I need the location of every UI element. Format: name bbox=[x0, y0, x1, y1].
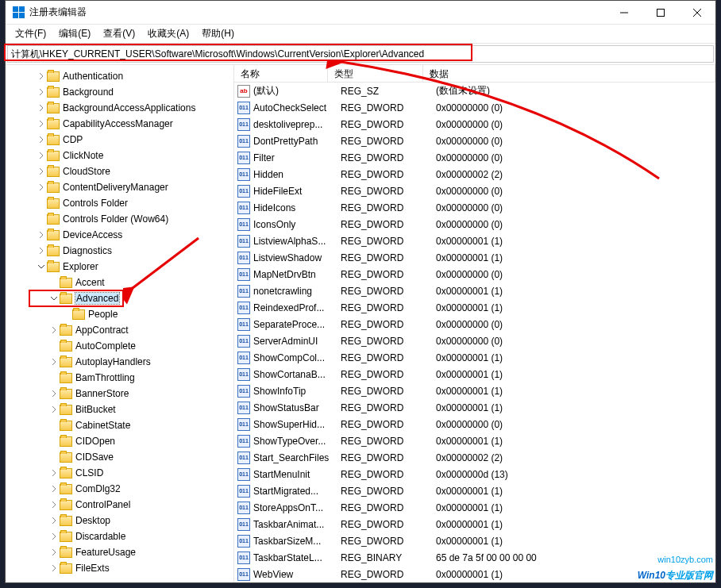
tree-item[interactable]: FileExts bbox=[6, 560, 233, 576]
chevron-icon[interactable] bbox=[48, 405, 60, 413]
tree-item[interactable]: DeviceAccess bbox=[6, 227, 233, 243]
value-row[interactable]: 011MapNetDrvBtnREG_DWORD0x00000000 (0) bbox=[234, 266, 715, 282]
tree-item[interactable]: Controls Folder bbox=[6, 195, 233, 211]
menu-help[interactable]: 帮助(H) bbox=[195, 25, 241, 42]
value-row[interactable]: 011TaskbarSizeM...REG_DWORD0x00000001 (1… bbox=[234, 532, 715, 549]
tree-item[interactable]: ClickNote bbox=[6, 148, 233, 163]
chevron-icon[interactable] bbox=[36, 120, 47, 128]
value-row[interactable]: 011HideIconsREG_DWORD0x00000000 (0) bbox=[234, 199, 715, 216]
value-row[interactable]: 011ShowCortanaB...REG_DWORD0x00000001 (1… bbox=[234, 366, 715, 382]
menu-file[interactable]: 文件(F) bbox=[9, 25, 52, 42]
value-row[interactable]: 011nonetcrawlingREG_DWORD0x00000001 (1) bbox=[234, 282, 715, 299]
tree-item[interactable]: CapabilityAccessManager bbox=[6, 116, 233, 132]
values-rows[interactable]: ab(默认)REG_SZ(数值未设置)011AutoCheckSelectREG… bbox=[234, 83, 715, 582]
tree-item[interactable]: Background bbox=[6, 84, 233, 100]
column-type[interactable]: 类型 bbox=[328, 65, 423, 82]
tree-item[interactable]: BitBucket bbox=[6, 402, 233, 417]
value-row[interactable]: 011StartMigrated...REG_DWORD0x00000001 (… bbox=[234, 482, 715, 499]
chevron-icon[interactable] bbox=[36, 88, 47, 96]
value-row[interactable]: 011SeparateProce...REG_DWORD0x00000000 (… bbox=[234, 316, 715, 332]
value-row[interactable]: 011StartMenuInitREG_DWORD0x0000000d (13) bbox=[234, 466, 715, 482]
value-row[interactable]: 011HiddenREG_DWORD0x00000002 (2) bbox=[234, 166, 715, 183]
title-bar[interactable]: 注册表编辑器 bbox=[6, 1, 715, 25]
tree-item[interactable]: People bbox=[6, 306, 233, 322]
chevron-icon[interactable] bbox=[48, 501, 60, 509]
chevron-icon[interactable] bbox=[36, 104, 47, 112]
value-row[interactable]: 011ShowStatusBarREG_DWORD0x00000001 (1) bbox=[234, 399, 715, 416]
tree-item[interactable]: CDP bbox=[6, 132, 233, 148]
value-row[interactable]: 011StoreAppsOnT...REG_DWORD0x00000001 (1… bbox=[234, 499, 715, 516]
value-row[interactable]: 011DontPrettyPathREG_DWORD0x00000000 (0) bbox=[234, 133, 715, 149]
chevron-icon[interactable] bbox=[36, 263, 47, 271]
tree-item[interactable]: ContentDeliveryManager bbox=[6, 179, 233, 195]
value-row[interactable]: 011HideFileExtREG_DWORD0x00000000 (0) bbox=[234, 183, 715, 199]
address-bar[interactable]: 计算机\HKEY_CURRENT_USER\Software\Microsoft… bbox=[7, 45, 714, 63]
value-row[interactable]: 011ListviewAlphaS...REG_DWORD0x00000001 … bbox=[234, 233, 715, 249]
tree-item[interactable]: CLSID bbox=[6, 465, 233, 481]
value-row[interactable]: 011ShowSuperHid...REG_DWORD0x00000000 (0… bbox=[234, 416, 715, 432]
tree-item[interactable]: CIDOpen bbox=[6, 433, 233, 449]
value-row[interactable]: 011ShowInfoTipREG_DWORD0x00000001 (1) bbox=[234, 382, 715, 399]
column-name[interactable]: 名称 bbox=[234, 65, 328, 82]
chevron-icon[interactable] bbox=[36, 167, 47, 175]
tree-item[interactable]: Desktop bbox=[6, 513, 233, 528]
chevron-icon[interactable] bbox=[36, 136, 47, 144]
value-row[interactable]: 011ShowTypeOver...REG_DWORD0x00000001 (1… bbox=[234, 432, 715, 449]
chevron-icon[interactable] bbox=[48, 485, 60, 493]
tree-item[interactable]: ControlPanel bbox=[6, 497, 233, 513]
tree-item[interactable]: CloudStore bbox=[6, 163, 233, 179]
menu-favorites[interactable]: 收藏夹(A) bbox=[141, 25, 195, 42]
tree-item[interactable]: Discardable bbox=[6, 528, 233, 544]
value-row[interactable]: 011ServerAdminUIREG_DWORD0x00000000 (0) bbox=[234, 332, 715, 349]
maximize-button[interactable] bbox=[642, 1, 679, 25]
chevron-icon[interactable] bbox=[48, 326, 60, 334]
value-row[interactable]: 011ListviewShadowREG_DWORD0x00000001 (1) bbox=[234, 249, 715, 266]
chevron-icon[interactable] bbox=[48, 390, 60, 398]
value-row[interactable]: 011WebViewREG_DWORD0x00000001 (1) bbox=[234, 566, 715, 582]
chevron-icon[interactable] bbox=[48, 564, 60, 572]
value-row[interactable]: 011FilterREG_DWORD0x00000000 (0) bbox=[234, 149, 715, 166]
menu-edit[interactable]: 编辑(E) bbox=[52, 25, 97, 42]
chevron-icon[interactable] bbox=[48, 294, 60, 302]
tree-item[interactable]: AutoplayHandlers bbox=[6, 354, 233, 370]
tree-item[interactable]: ComDlg32 bbox=[6, 481, 233, 497]
registry-tree[interactable]: AuthenticationBackgroundBackgroundAccess… bbox=[6, 65, 234, 582]
tree-item[interactable]: Accent bbox=[6, 275, 233, 290]
value-row[interactable]: 011TaskbarAnimat...REG_DWORD0x00000001 (… bbox=[234, 516, 715, 532]
chevron-icon[interactable] bbox=[48, 548, 60, 556]
value-row[interactable]: 011IconsOnlyREG_DWORD0x00000000 (0) bbox=[234, 216, 715, 233]
tree-item[interactable]: AppContract bbox=[6, 322, 233, 338]
chevron-icon[interactable] bbox=[48, 532, 60, 540]
chevron-icon[interactable] bbox=[36, 152, 47, 159]
chevron-icon[interactable] bbox=[36, 231, 47, 239]
tree-item[interactable]: BamThrottling bbox=[6, 370, 233, 386]
column-data[interactable]: 数据 bbox=[423, 65, 715, 82]
tree-item[interactable]: BannerStore bbox=[6, 386, 233, 402]
tree-item[interactable]: BackgroundAccessApplications bbox=[6, 100, 233, 116]
tree-item[interactable]: Advanced bbox=[6, 290, 233, 306]
menu-view[interactable]: 查看(V) bbox=[97, 25, 141, 42]
chevron-icon[interactable] bbox=[36, 183, 47, 191]
close-button[interactable] bbox=[679, 1, 715, 25]
tree-item[interactable]: Diagnostics bbox=[6, 243, 233, 259]
tree-item[interactable]: CIDSave bbox=[6, 449, 233, 465]
tree-item[interactable]: FeatureUsage bbox=[6, 544, 233, 560]
chevron-icon[interactable] bbox=[48, 358, 60, 366]
tree-item[interactable]: Controls Folder (Wow64) bbox=[6, 211, 233, 227]
chevron-icon[interactable] bbox=[36, 247, 47, 255]
value-row[interactable]: 011ReindexedProf...REG_DWORD0x00000001 (… bbox=[234, 299, 715, 316]
value-row[interactable]: 011Start_SearchFilesREG_DWORD0x00000002 … bbox=[234, 449, 715, 466]
chevron-icon[interactable] bbox=[36, 72, 47, 80]
value-row[interactable]: 011TaskbarStateL...REG_BINARY65 de 7a 5f… bbox=[234, 549, 715, 566]
value-row[interactable]: ab(默认)REG_SZ(数值未设置) bbox=[234, 83, 715, 99]
value-row[interactable]: 011AutoCheckSelectREG_DWORD0x00000000 (0… bbox=[234, 99, 715, 116]
list-header[interactable]: 名称 类型 数据 bbox=[234, 65, 715, 83]
chevron-icon[interactable] bbox=[48, 517, 60, 525]
tree-item[interactable]: CabinetState bbox=[6, 417, 233, 433]
tree-item[interactable]: Explorer bbox=[6, 259, 233, 275]
value-row[interactable]: 011desktoliveprep...REG_DWORD0x00000000 … bbox=[234, 116, 715, 133]
chevron-icon[interactable] bbox=[48, 469, 60, 477]
tree-item[interactable]: AutoComplete bbox=[6, 338, 233, 354]
tree-item[interactable]: Authentication bbox=[6, 68, 233, 84]
minimize-button[interactable] bbox=[606, 1, 642, 25]
